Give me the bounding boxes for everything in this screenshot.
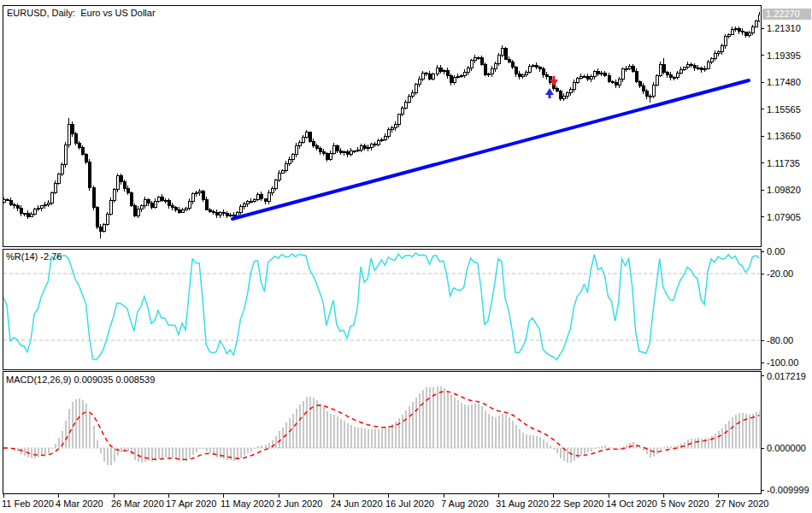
date-label: 17 Apr 2020 xyxy=(166,498,216,509)
date-label: 11 Feb 2020 xyxy=(2,498,54,509)
macd-histogram xyxy=(4,386,760,466)
date-label: 26 Mar 2020 xyxy=(111,498,164,509)
date-label: 16 Jul 2020 xyxy=(385,498,434,509)
date-label: 27 Nov 2020 xyxy=(715,498,768,509)
price-axis-label: 1.17480 xyxy=(767,77,801,87)
date-axis[interactable]: 11 Feb 20204 Mar 202026 Mar 202017 Apr 2… xyxy=(2,494,768,510)
macd-indicator-label: MACD(12,26,9) 0.009035 0.008539 xyxy=(6,374,155,385)
date-label: 7 Aug 2020 xyxy=(441,498,489,509)
macd-axis-label: 0.017219 xyxy=(767,371,806,381)
chart-window: 1.213101.193951.174801.155651.136501.117… xyxy=(0,0,812,513)
price-axis-label: 1.11735 xyxy=(767,158,800,168)
date-label: 4 Mar 2020 xyxy=(56,498,103,509)
date-label: 22 Sep 2020 xyxy=(550,498,603,509)
candles-layer xyxy=(3,12,761,239)
main-panel-border xyxy=(3,6,762,247)
macd-axis-label: 0.000000 xyxy=(767,443,806,453)
chart-title: EURUSD, Daily: Euro vs US Dollar xyxy=(7,8,156,18)
current-price-badge: 1.22270 xyxy=(762,9,811,20)
price-axis-label: 1.21310 xyxy=(767,23,801,33)
trendline[interactable] xyxy=(232,80,749,219)
price-axis-label: 1.07905 xyxy=(767,212,801,222)
price-axis-label: 1.15565 xyxy=(767,104,801,115)
wpr-axis-label: -100.00 xyxy=(767,357,798,368)
price-axis-label: 1.13650 xyxy=(767,131,801,141)
wpr-panel-border xyxy=(3,250,762,370)
date-label: 5 Nov 2020 xyxy=(661,498,709,509)
date-label: 24 Jun 2020 xyxy=(331,498,383,509)
date-label: 11 May 2020 xyxy=(221,498,274,509)
date-label: 31 Aug 2020 xyxy=(496,498,549,509)
wpr-indicator-label: %R(14) -2.76 xyxy=(6,251,62,262)
price-axis-label: 1.09820 xyxy=(767,185,801,195)
wpr-line xyxy=(3,253,759,360)
wpr-axis-label: 0.00 xyxy=(767,246,785,256)
chart-canvas[interactable]: 1.213101.193951.174801.155651.136501.117… xyxy=(0,0,812,513)
price-axis-label: 1.19395 xyxy=(767,50,801,61)
macd-axis-label: -0.009999 xyxy=(767,485,809,495)
date-label: 14 Oct 2020 xyxy=(606,498,657,509)
buy-arrow-icon[interactable] xyxy=(545,88,554,98)
wpr-axis-label: -20.00 xyxy=(767,268,793,279)
wpr-axis-label: -80.00 xyxy=(767,335,793,345)
date-label: 2 Jun 2020 xyxy=(276,498,322,509)
